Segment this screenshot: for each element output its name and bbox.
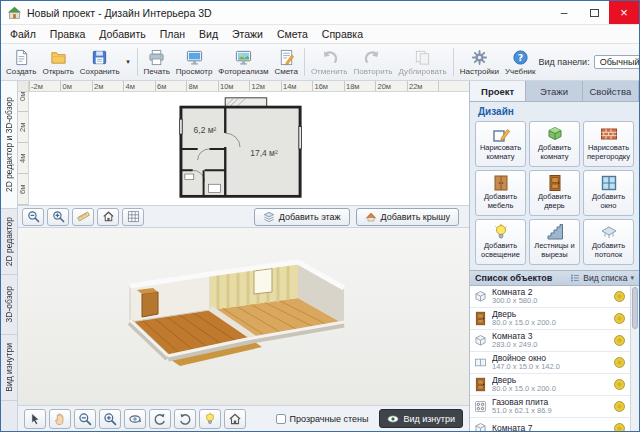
minimize-button[interactable]: – [549,1,579,24]
object-row[interactable]: Двойное окно 147.0 x 15.0 x 142.0 [470,352,630,374]
draw-room-button[interactable]: Нарисовать комнату [475,121,526,167]
tab-project[interactable]: Проект [470,81,526,101]
redo-button[interactable]: Повторить [350,45,395,79]
rotate-right-button[interactable] [174,409,196,429]
tab-2d-editor[interactable]: 2D редактор [1,209,17,275]
object-row[interactable]: Дверь 80.0 x 15.0 x 200.0 [470,308,630,330]
tutorial-button[interactable]: ? Учебник [502,45,539,79]
fit-view-button[interactable] [97,208,119,226]
add-door-button[interactable]: Добавить дверь [529,170,580,216]
redo-icon [364,49,381,66]
object-row[interactable]: Газовая плита 51.0 x 62.1 x 86.9 [470,396,630,418]
objects-scrollbar[interactable] [630,286,639,431]
price-icon[interactable] [612,421,627,431]
stairs-cutouts-button[interactable]: Лестницы и вырезы [529,219,580,265]
tab-2d-and-3d[interactable]: 2D редактор и 3D-обзор [1,81,17,209]
obj-window-icon [473,355,488,370]
lighting-button[interactable] [199,409,221,429]
add-window-button[interactable]: Добавить окно [583,170,634,216]
menu-file[interactable]: Файл [3,26,43,42]
open-button[interactable]: Открыть [39,45,76,79]
object-row[interactable]: Комната 7 [470,418,630,431]
add-room-button[interactable]: Добавить комнату [529,121,580,167]
eye-icon [387,413,399,425]
editor-2d[interactable]: -2м0м2м4м6м8м10м12м14м16м18м20м22м 0м2м4… [18,81,469,205]
menu-add[interactable]: Добавить [92,26,152,42]
open-icon [50,49,67,66]
door-icon [473,377,488,392]
price-icon[interactable] [612,399,627,414]
photoreal-icon [235,49,252,66]
ruler-label: 0м [18,92,28,123]
zoom-out-3d-button[interactable] [74,409,96,429]
reset-camera-button[interactable] [224,409,246,429]
viewport-3d[interactable] [18,228,469,405]
zoom-in-3d-button[interactable] [99,409,121,429]
add-roof-button[interactable]: Добавить крышу [356,208,459,226]
duplicate-button[interactable]: Дублировать [395,45,449,79]
add-light-button[interactable]: Добавить освещение [475,219,526,265]
rotate-left-button[interactable] [149,409,171,429]
price-icon[interactable] [612,289,627,304]
menu-help[interactable]: Справка [315,26,370,42]
transparent-walls-checkbox[interactable]: Прозрачные стены [276,414,369,424]
tab-inside-view[interactable]: Вид изнутри [1,335,17,401]
menu-view[interactable]: Вид [192,26,225,42]
save-button[interactable]: Сохранить [77,45,123,79]
estimate-button[interactable]: Смета [271,45,300,79]
zoom-in-2d-button[interactable] [47,208,69,226]
price-icon[interactable] [612,333,627,348]
inside-view-button[interactable]: Вид изнутри [379,409,463,428]
menu-estimate[interactable]: Смета [270,26,315,42]
draw-partition-button[interactable]: Нарисовать перегородку [583,121,634,167]
print-button[interactable]: Печать [141,45,173,79]
grid-toggle-button[interactable] [122,208,144,226]
menu-plan[interactable]: План [153,26,192,42]
zoom-out-2d-button[interactable] [22,208,44,226]
price-icon[interactable] [612,311,627,326]
object-row[interactable]: Комната 2 300.0 x 580.0 [470,286,630,308]
design-buttons-grid: Нарисовать комнату Добавить комнату Нари… [470,119,639,270]
save-dropdown-button[interactable]: ▾ [123,45,134,79]
object-row[interactable]: Дверь 80.0 x 15.0 x 200.0 [470,374,630,396]
add-floor-button[interactable]: Добавить этаж [254,208,350,226]
pan-tool-button[interactable] [49,409,71,429]
photorealism-button[interactable]: Фотореализм [215,45,271,79]
maximize-button[interactable] [579,1,609,24]
ruler-label: 6м [155,81,187,91]
undo-button[interactable]: Отменить [308,45,351,79]
toolbar-button[interactable] [453,48,454,76]
bulb-icon [203,412,217,426]
tab-properties[interactable]: Свойства [583,81,639,101]
add-ceiling-button[interactable]: Добавить потолок [583,219,634,265]
add-furniture-button[interactable]: Добавить мебель [475,170,526,216]
orbit-tool-button[interactable] [124,409,146,429]
scrollbar-thumb[interactable] [632,287,638,329]
select-tool-button[interactable] [24,409,46,429]
floor-plan [177,95,307,201]
close-button[interactable]: × [609,1,639,24]
zoom-out-icon [78,412,92,426]
measure-button[interactable] [72,208,94,226]
plan-canvas[interactable]: 6,2 м² 17,4 м² [29,92,469,205]
toolbar-button[interactable] [137,48,138,76]
menu-edit[interactable]: Правка [43,26,92,42]
object-row[interactable]: Комната 3 283.0 x 249.0 [470,330,630,352]
floors-icon [263,211,275,223]
price-icon[interactable] [612,377,627,392]
tab-3d-view[interactable]: 3D-обзор [1,275,17,335]
home-icon [228,412,242,426]
toolbar-button[interactable] [304,48,305,76]
menu-bar: ФайлПравкаДобавитьПланВидЭтажиСметаСправ… [1,25,639,44]
preview-button[interactable]: Просмотр [173,45,216,79]
new-project-button[interactable]: Создать [3,45,39,79]
price-icon[interactable] [612,355,627,370]
tab-floors-panel[interactable]: Этажи [526,81,582,101]
vertical-ruler: 0м2м4м6м [18,92,29,205]
ruler-label: 4м [124,81,156,91]
settings-button[interactable]: Настройки [457,45,502,79]
view-panel-select[interactable]: Обычный ▾ [594,55,639,69]
ruler-label: 4м [18,154,28,185]
menu-floors[interactable]: Этажи [225,26,270,42]
list-view-select[interactable]: Вид списка ▾ [570,273,634,283]
